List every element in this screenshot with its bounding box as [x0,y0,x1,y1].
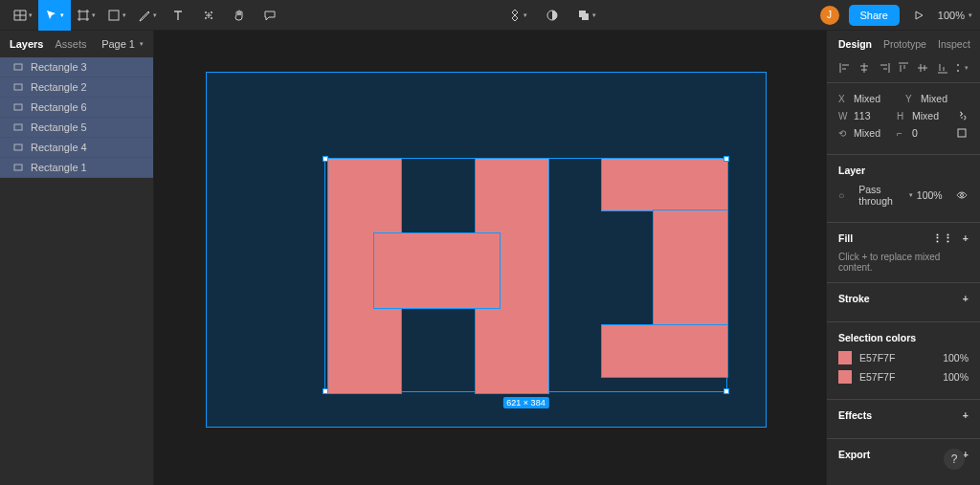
tab-inspect[interactable]: Inspect [938,38,970,50]
layer-item[interactable]: Rectangle 3 [0,57,153,77]
layer-item[interactable]: Rectangle 6 [0,98,153,118]
color-pct: 100% [943,371,969,383]
distribute-icon[interactable]: ▾ [955,61,969,75]
rectangle-shape[interactable] [374,233,500,308]
export-title: Export [838,449,870,460]
right-panel: Design Prototype Inspect ▾ XMixed YMixed… [826,31,980,485]
frame-tool[interactable]: ▾ [71,0,101,31]
right-tabs: Design Prototype Inspect [827,31,980,57]
resize-handle[interactable] [724,156,729,162]
style-icon[interactable]: ⋮⋮ [932,232,953,244]
comment-tool[interactable] [255,0,285,31]
resources-tool[interactable] [193,0,224,31]
layer-label: Rectangle 6 [31,101,87,113]
layer-label: Rectangle 2 [31,81,87,93]
tab-assets[interactable]: Assets [55,38,86,50]
corner-detail-icon[interactable] [955,127,969,139]
shape-tool[interactable]: ▾ [101,0,132,31]
svg-point-14 [957,64,959,66]
svg-point-2 [211,11,212,13]
share-button[interactable]: Share [849,5,900,26]
layer-section: Layer ○ Pass through ▾ 100% [827,155,980,223]
left-panel: Layers Assets Page 1▾ Rectangle 3 Rectan… [0,31,154,485]
layer-item[interactable]: Rectangle 2 [0,77,153,98]
rectangle-shape[interactable] [654,210,727,325]
align-bottom-icon[interactable] [936,61,949,75]
tab-design[interactable]: Design [838,38,872,50]
layer-label: Rectangle 5 [31,121,87,133]
rectangle-shape[interactable] [602,325,727,377]
stroke-title: Stroke [838,293,870,304]
visibility-icon[interactable] [955,184,969,207]
boolean-tool[interactable]: ▾ [571,0,602,31]
rotation-field[interactable]: ⟲Mixed [838,127,893,139]
rectangle-icon [13,82,23,92]
align-right-icon[interactable] [878,61,891,75]
fill-title: Fill [838,232,853,244]
avatar-initial: J [827,10,832,20]
mask-tool[interactable] [537,0,568,31]
add-effect[interactable]: + [963,409,969,421]
zoom-control[interactable]: 100%▾ [938,10,972,21]
y-field[interactable]: YMixed [905,93,969,104]
top-toolbar: ▾ ▾ ▾ ▾ ▾ ▾ ▾ [0,0,980,31]
present-button[interactable] [909,0,928,31]
color-row[interactable]: E57F7F 100% [838,370,969,384]
hand-tool[interactable] [224,0,255,31]
constrain-icon[interactable] [955,110,969,121]
align-top-icon[interactable] [897,61,910,75]
tab-prototype[interactable]: Prototype [883,38,926,50]
rectangle-shape[interactable] [602,159,727,210]
color-row[interactable]: E57F7F 100% [838,351,969,364]
add-fill[interactable]: + [963,232,969,244]
selection-colors-section: Selection colors E57F7F 100% E57F7F 100% [827,322,980,400]
tab-layers[interactable]: Layers [10,38,43,50]
layer-item[interactable]: Rectangle 1 [0,158,153,178]
canvas[interactable]: 621 × 384 [154,31,826,485]
align-vcenter-icon[interactable] [916,61,929,75]
layer-title: Layer [838,165,969,176]
svg-rect-12 [14,144,22,150]
resize-handle[interactable] [323,156,328,162]
menu-button[interactable]: ▾ [8,0,38,31]
frame[interactable]: 621 × 384 [207,73,766,427]
effects-title: Effects [838,409,872,421]
resize-handle[interactable] [323,388,328,394]
color-swatch[interactable] [838,370,852,384]
svg-rect-13 [14,165,22,170]
component-tool[interactable]: ▾ [502,0,533,31]
add-stroke[interactable]: + [963,293,969,304]
selection-box[interactable]: 621 × 384 [324,158,727,392]
help-button[interactable]: ? [944,449,965,470]
w-field[interactable]: W113 [838,110,893,121]
transform-section: XMixed YMixed W113 HMixed ⟲Mixed ⌐0 [827,83,980,155]
selection-dimensions: 621 × 384 [502,397,548,408]
opacity-field[interactable]: 100% [917,184,951,207]
align-left-icon[interactable] [838,61,852,75]
avatar[interactable]: J [820,6,839,25]
layer-item[interactable]: Rectangle 4 [0,138,153,158]
effects-section: Effects + [827,400,980,439]
rectangle-icon [13,143,23,152]
align-hcenter-icon[interactable] [858,61,871,75]
resize-handle[interactable] [724,388,729,394]
corner-field[interactable]: ⌐0 [897,127,951,139]
toolbar-center: ▾ ▾ [285,0,820,31]
move-tool[interactable]: ▾ [38,0,71,31]
rectangle-icon [13,163,23,172]
svg-point-1 [205,11,207,13]
text-tool[interactable] [163,0,193,31]
color-swatch[interactable] [838,351,852,364]
x-field[interactable]: XMixed [838,93,902,104]
fill-hint: Click + to replace mixed content. [838,252,969,273]
svg-rect-7 [582,13,589,20]
layer-item[interactable]: Rectangle 5 [0,118,153,138]
stroke-section: Stroke + [827,283,980,322]
page-selector[interactable]: Page 1▾ [101,38,144,50]
svg-point-4 [211,17,212,19]
h-field[interactable]: HMixed [897,110,951,121]
fill-section: Fill ⋮⋮ + Click + to replace mixed conte… [827,223,980,283]
svg-point-3 [205,17,207,19]
blend-mode[interactable]: ○ Pass through ▾ [838,184,913,207]
pen-tool[interactable]: ▾ [132,0,163,31]
